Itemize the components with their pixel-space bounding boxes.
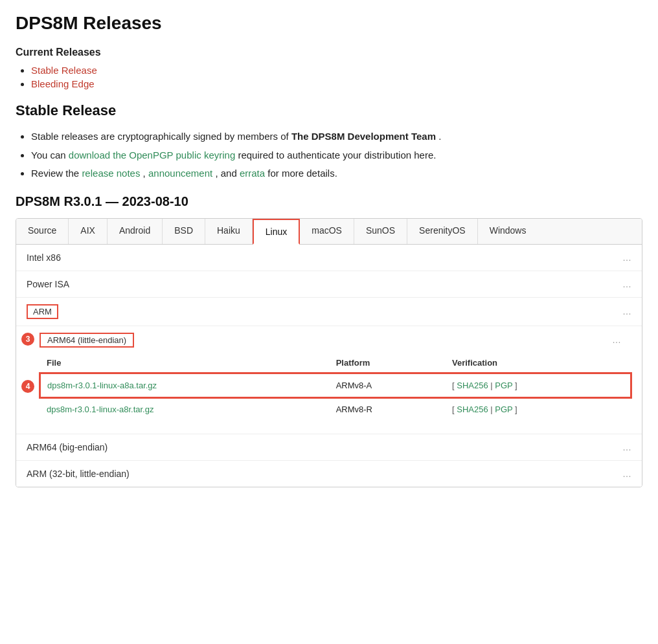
power-isa-label: Power ISA [27, 279, 69, 289]
pgp-link-2[interactable]: PGP [495, 405, 512, 414]
release-notes-link[interactable]: release notes [82, 168, 140, 179]
stable-info-list: Stable releases are cryptographically si… [16, 129, 642, 181]
arm-label-box: ARM [27, 304, 58, 319]
sha256-link-1[interactable]: SHA256 [457, 381, 488, 390]
tabs-bar: Source AIX Android BSD Haiku Linux macOS… [16, 219, 642, 245]
arm-header-row[interactable]: ARM … [16, 298, 642, 326]
nav-list-item-bleeding: Bleeding Edge [31, 78, 642, 89]
sha256-link-2[interactable]: SHA256 [457, 405, 488, 414]
tab-content-linux: Intel x86 … Power ISA … 2 ARM … 3 AR [16, 245, 642, 487]
pgp-keyring-link[interactable]: download the OpenPGP public keyring [69, 150, 235, 161]
annotation-badge-3: 3 [21, 333, 34, 346]
annotation-badge-4: 4 [21, 380, 34, 393]
col-verification: Verification [446, 353, 631, 373]
arm32-label: ARM (32-bit, little-endian) [27, 469, 130, 479]
arm64-be-label: ARM64 (big-endian) [27, 442, 108, 452]
file-link-a8a[interactable]: dps8m-r3.0.1-linux-a8a.tar.gz [47, 381, 157, 390]
col-file: File [40, 353, 330, 373]
announcement-link[interactable]: announcement [148, 168, 212, 179]
section-arm-expanded: 2 ARM … 3 ARM64 (little-endian) … 4 [16, 298, 642, 434]
power-isa-ellipsis: … [622, 279, 631, 289]
file-row-highlighted: dps8m-r3.0.1-linux-a8a.tar.gz ARMv8-A [ … [40, 373, 631, 397]
nav-list: Stable Release Bleeding Edge [16, 65, 642, 89]
tab-bsd[interactable]: BSD [163, 219, 205, 244]
info-item-1: Stable releases are cryptographically si… [31, 129, 642, 144]
arm32-ellipsis: … [622, 469, 631, 479]
arm-ellipsis: … [622, 306, 631, 316]
section-power-isa[interactable]: Power ISA … [16, 271, 642, 298]
arm64-le-label-box: ARM64 (little-endian) [40, 333, 134, 348]
tab-aix[interactable]: AIX [69, 219, 108, 244]
file-name-2: dps8m-r3.0.1-linux-a8r.tar.gz [40, 397, 330, 421]
tab-windows[interactable]: Windows [478, 219, 538, 244]
stable-release-link[interactable]: Stable Release [31, 65, 97, 76]
file-row-2: dps8m-r3.0.1-linux-a8r.tar.gz ARMv8-R [ … [40, 397, 631, 421]
tab-source[interactable]: Source [16, 219, 69, 244]
platform-2: ARMv8-R [330, 397, 446, 421]
section-arm64-be[interactable]: ARM64 (big-endian) … [16, 434, 642, 461]
tabs-container: 1 Source AIX Android BSD Haiku Linux mac… [16, 218, 642, 487]
nav-list-item-stable: Stable Release [31, 65, 642, 76]
arm64-le-section: 3 ARM64 (little-endian) … 4 File Platfo [16, 326, 642, 434]
info-item-2: You can download the OpenPGP public keyr… [31, 148, 642, 163]
arm64-le-header[interactable]: ARM64 (little-endian) … [40, 326, 642, 353]
file-link-a8r[interactable]: dps8m-r3.0.1-linux-a8r.tar.gz [47, 405, 153, 414]
platform-1: ARMv8-A [330, 373, 446, 397]
section-arm32[interactable]: ARM (32-bit, little-endian) … [16, 461, 642, 487]
page-title: DPS8M Releases [16, 13, 642, 34]
version-heading: DPS8M R3.0.1 — 2023-08-10 [16, 194, 642, 209]
tab-android[interactable]: Android [108, 219, 163, 244]
intel-x86-label: Intel x86 [27, 252, 61, 263]
arm64-le-ellipsis: … [612, 335, 621, 345]
verification-2: [ SHA256 | PGP ] [446, 397, 631, 421]
tab-serenityos[interactable]: SerenityOS [407, 219, 478, 244]
file-table-wrapper: 4 File Platform Verification [40, 353, 642, 421]
errata-link[interactable]: errata [240, 168, 265, 179]
stable-release-heading: Stable Release [16, 102, 642, 119]
current-releases-heading: Current Releases [16, 47, 642, 58]
file-table: File Platform Verification dps8m-r3.0.1-… [40, 353, 631, 421]
tab-macos[interactable]: macOS [300, 219, 354, 244]
pgp-link-1[interactable]: PGP [495, 381, 512, 390]
info-item-3: Review the release notes , announcement … [31, 166, 642, 181]
col-platform: Platform [330, 353, 446, 373]
verification-1: [ SHA256 | PGP ] [446, 373, 631, 397]
file-name-1: dps8m-r3.0.1-linux-a8a.tar.gz [40, 373, 330, 397]
tab-haiku[interactable]: Haiku [205, 219, 253, 244]
section-intel-x86[interactable]: Intel x86 … [16, 245, 642, 271]
arm64-be-ellipsis: … [622, 442, 631, 452]
bleeding-edge-link[interactable]: Bleeding Edge [31, 78, 95, 89]
tab-linux[interactable]: Linux [253, 219, 300, 245]
tab-sunos[interactable]: SunOS [354, 219, 407, 244]
intel-x86-ellipsis: … [622, 252, 631, 263]
